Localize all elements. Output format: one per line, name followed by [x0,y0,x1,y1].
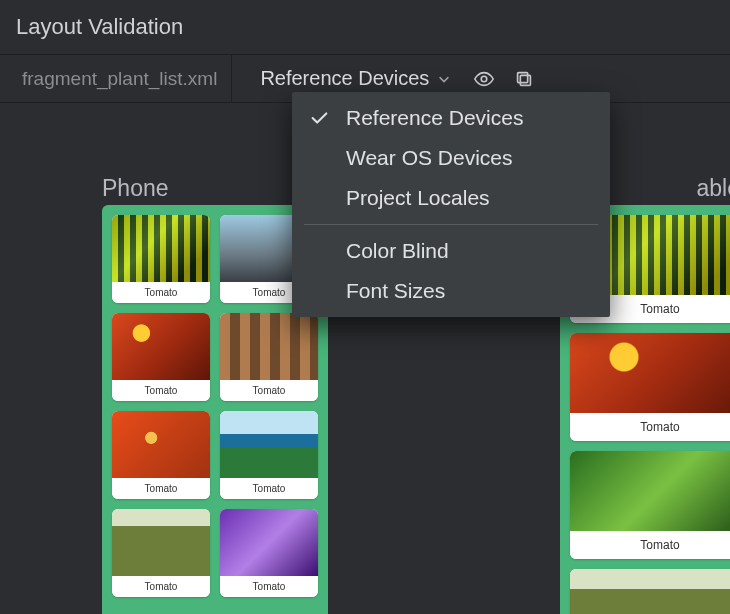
popup-item-font-sizes[interactable]: Font Sizes [292,271,610,311]
popup-item-label: Wear OS Devices [346,146,513,170]
eye-icon [473,68,495,90]
panel-title: Layout Validation [0,0,730,55]
file-tab[interactable]: fragment_plant_list.xml [8,55,232,102]
popup-item-label: Project Locales [346,186,490,210]
popup-item-reference-devices[interactable]: Reference Devices [292,98,610,138]
popup-item-label: Font Sizes [346,279,445,303]
popup-item-locales[interactable]: Project Locales [292,178,610,218]
popup-item-label: Color Blind [346,239,449,263]
copy-action[interactable] [507,62,541,96]
list-item[interactable]: Tomato [220,411,318,499]
popup-separator [304,224,598,225]
validation-mode-popup: Reference Devices Wear OS Devices Projec… [292,92,610,317]
popup-item-label: Reference Devices [346,106,523,130]
list-item[interactable]: Tomato [220,509,318,597]
copy-stack-icon [513,68,535,90]
list-item[interactable]: Tomato [112,215,210,303]
svg-point-0 [482,76,488,82]
list-item[interactable]: Tomato [570,451,730,559]
list-item[interactable]: Tomato [112,411,210,499]
visibility-toggle[interactable] [467,62,501,96]
popup-item-wear-os[interactable]: Wear OS Devices [292,138,610,178]
check-icon [306,107,332,129]
list-item[interactable]: Tomato [112,313,210,401]
list-item[interactable]: Tomato [112,509,210,597]
validation-mode-dropdown[interactable]: Reference Devices [250,61,461,96]
dropdown-label: Reference Devices [260,67,429,90]
list-item[interactable]: Tomato [570,569,730,614]
list-item[interactable]: Tomato [220,313,318,401]
device-label-phone: Phone [102,175,169,202]
svg-rect-2 [518,72,528,82]
list-item[interactable]: Tomato [570,333,730,441]
svg-rect-1 [521,75,531,85]
popup-item-color-blind[interactable]: Color Blind [292,231,610,271]
chevron-down-icon [437,72,451,86]
